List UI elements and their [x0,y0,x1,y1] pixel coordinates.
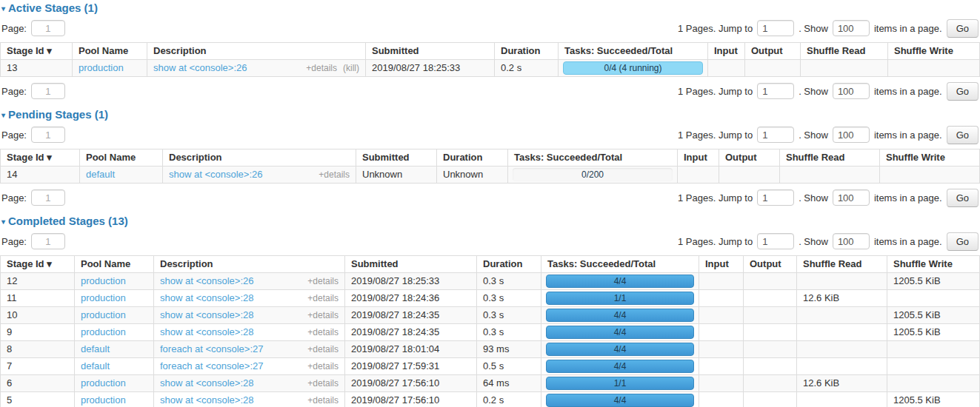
pages-count-text: 1 Pages. Jump to [678,192,753,204]
pool-name-link[interactable]: production [81,394,126,406]
col-header-shuffle-read[interactable]: Shuffle Read [801,43,888,60]
jump-to-input[interactable] [757,233,794,249]
go-button[interactable]: Go [947,82,979,101]
details-toggle[interactable]: +details [306,63,337,73]
page-number-input[interactable] [31,83,65,99]
col-header-shuffle-write[interactable]: Shuffle Write [887,256,980,273]
col-header-shuffle-read[interactable]: Shuffle Read [797,256,887,273]
pool-name-link[interactable]: production [81,275,126,286]
details-toggle[interactable]: +details [307,293,339,303]
pool-name-cell: production [75,375,154,392]
col-header-stage-id[interactable]: Stage Id ▾ [1,149,80,166]
go-button[interactable]: Go [947,232,979,251]
col-header-shuffle-write[interactable]: Shuffle Write [888,43,980,60]
pagination-row: Page:1 Pages. Jump to. Showitems in a pa… [1,125,979,144]
col-header-output[interactable]: Output [745,43,801,60]
go-button[interactable]: Go [947,19,979,38]
completed-stages-toggle[interactable]: ▾Completed Stages (13) [0,215,980,227]
details-toggle[interactable]: +details [307,395,339,406]
page-number-input[interactable] [31,233,65,249]
pending-stages-toggle[interactable]: ▾Pending Stages (1) [0,108,980,121]
details-toggle[interactable]: +details [307,310,339,320]
description-link[interactable]: show at <console>:28 [160,395,253,406]
go-button[interactable]: Go [947,189,979,207]
description-link[interactable]: show at <console>:28 [160,310,253,320]
description-link[interactable]: show at <console>:28 [160,327,253,337]
pool-name-link[interactable]: production [81,326,126,337]
page-number-input[interactable] [31,20,65,36]
description-link[interactable]: show at <console>:26 [160,276,253,286]
duration-cell: 0.2 s [495,60,559,77]
description-link[interactable]: show at <console>:26 [169,169,262,180]
description-cell: show at <console>:26+details [154,273,345,290]
page-number-input[interactable] [31,189,65,206]
go-button[interactable]: Go [947,126,979,144]
details-toggle[interactable]: +details [319,169,350,180]
page-number-input[interactable] [31,127,65,143]
col-header-tasks[interactable]: Tasks: Succeeded/Total [508,149,678,166]
col-header-output[interactable]: Output [719,149,780,166]
task-progress-bar: 1/1 [546,377,694,390]
details-toggle[interactable]: +details [307,327,339,337]
tasks-cell: 0/4 (4 running) [559,60,708,77]
description-link[interactable]: foreach at <console>:27 [160,361,264,371]
col-header-description[interactable]: Description [147,43,366,60]
description-link[interactable]: show at <console>:28 [160,378,253,388]
details-toggle[interactable]: +details [307,344,339,354]
col-header-input[interactable]: Input [699,256,744,273]
col-header-input[interactable]: Input [708,43,745,60]
pool-name-link[interactable]: default [81,360,110,371]
pool-name-link[interactable]: production [81,309,126,320]
col-header-submitted[interactable]: Submitted [356,149,437,166]
task-progress-bar: 4/4 [546,360,694,373]
show-count-input[interactable] [833,127,870,143]
kill-link[interactable]: (kill) [343,63,359,73]
pool-name-link[interactable]: production [81,377,126,388]
active-stages-toggle[interactable]: ▾Active Stages (1) [0,1,980,14]
pool-name-link[interactable]: default [86,169,115,180]
col-header-description[interactable]: Description [154,256,345,273]
description-link[interactable]: show at <console>:28 [160,293,253,303]
show-count-input[interactable] [833,189,870,206]
duration-cell: 64 ms [477,375,541,392]
col-header-stage-id[interactable]: Stage Id ▾ [1,43,73,60]
col-header-pool-name[interactable]: Pool Name [80,149,163,166]
details-toggle[interactable]: +details [307,378,339,388]
col-header-shuffle-write[interactable]: Shuffle Write [880,149,980,166]
pool-name-link[interactable]: default [81,343,110,354]
show-count-input[interactable] [833,83,870,99]
pages-count-text: 1 Pages. Jump to [678,23,753,34]
show-label: . Show [799,236,828,247]
details-toggle[interactable]: +details [307,276,339,286]
description-cell: show at <console>:28+details [154,307,345,324]
col-header-submitted[interactable]: Submitted [345,256,477,273]
col-header-submitted[interactable]: Submitted [366,43,495,60]
col-header-duration[interactable]: Duration [495,43,559,60]
col-header-tasks[interactable]: Tasks: Succeeded/Total [559,43,708,60]
col-header-pool-name[interactable]: Pool Name [73,43,147,60]
col-header-stage-id[interactable]: Stage Id ▾ [1,256,75,273]
show-count-input[interactable] [833,233,870,249]
col-header-tasks[interactable]: Tasks: Succeeded/Total [541,256,699,273]
jump-to-input[interactable] [757,83,794,99]
pool-name-link[interactable]: production [79,62,124,73]
col-header-shuffle-read[interactable]: Shuffle Read [780,149,880,166]
col-header-duration[interactable]: Duration [437,149,508,166]
show-count-input[interactable] [833,20,870,36]
col-header-input[interactable]: Input [678,149,719,166]
jump-to-input[interactable] [757,189,794,206]
col-header-pool-name[interactable]: Pool Name [75,256,154,273]
jump-to-input[interactable] [757,127,794,143]
col-header-output[interactable]: Output [744,256,797,273]
duration-cell: Unknown [437,166,508,184]
col-header-description[interactable]: Description [163,149,356,166]
jump-to-input[interactable] [757,20,794,36]
col-header-duration[interactable]: Duration [477,256,541,273]
output-cell [744,273,797,290]
description-link[interactable]: foreach at <console>:27 [160,344,264,354]
pool-name-cell: production [73,60,147,77]
description-link[interactable]: show at <console>:26 [153,63,247,73]
details-toggle[interactable]: +details [307,361,339,371]
pool-name-link[interactable]: production [81,292,126,303]
output-cell [744,392,797,407]
